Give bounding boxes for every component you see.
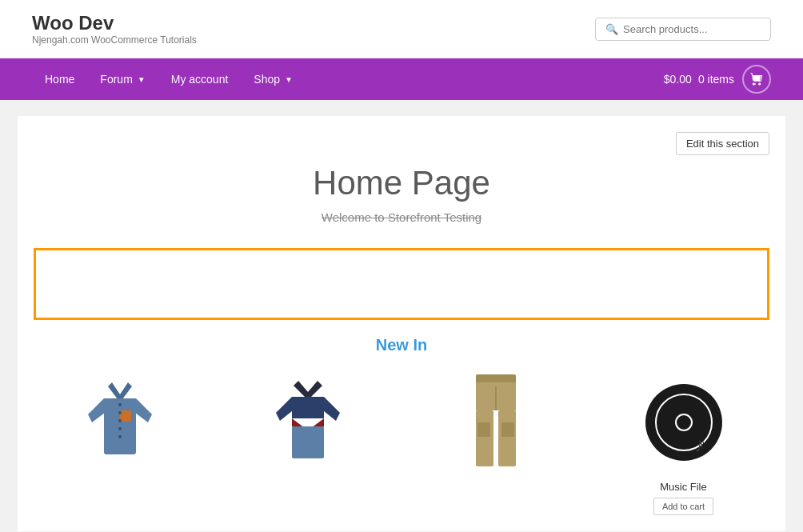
svg-point-1 bbox=[759, 83, 761, 85]
svg-text:♪: ♪ bbox=[694, 433, 705, 457]
nav-item-myaccount[interactable]: My account bbox=[158, 58, 242, 100]
shirt1-image bbox=[80, 374, 160, 470]
product-name: Music File bbox=[597, 481, 769, 493]
products-grid: ♪ ♪ Music File Add to cart bbox=[34, 370, 769, 515]
hero-section: Home Page Welcome to Storefront Testing bbox=[34, 132, 769, 240]
svg-rect-23 bbox=[501, 422, 514, 437]
cart-info: $0.00 0 items bbox=[664, 73, 734, 86]
nav-item-home[interactable]: Home bbox=[32, 58, 87, 100]
orange-box bbox=[34, 248, 769, 320]
svg-point-10 bbox=[118, 427, 122, 430]
list-item: ♪ ♪ Music File Add to cart bbox=[597, 370, 769, 515]
hero-subtitle: Welcome to Storefront Testing bbox=[50, 210, 753, 224]
list-item bbox=[222, 370, 394, 515]
svg-rect-3 bbox=[104, 398, 136, 454]
pants-image bbox=[464, 370, 528, 474]
site-nav: Home Forum ▼ My account Shop ▼ $0.00 0 i… bbox=[0, 58, 803, 100]
list-item bbox=[409, 370, 581, 515]
svg-point-27 bbox=[676, 414, 692, 430]
svg-rect-15 bbox=[292, 426, 324, 458]
main-content: Edit this section Home Page Welcome to S… bbox=[18, 116, 785, 531]
svg-rect-20 bbox=[476, 410, 493, 466]
site-title: Woo Dev Njengah.com WooCommerce Tutorial… bbox=[32, 12, 197, 46]
music-image: ♪ ♪ bbox=[640, 378, 728, 466]
svg-rect-22 bbox=[477, 422, 490, 437]
svg-point-0 bbox=[754, 83, 756, 85]
site-title-text: Woo Dev bbox=[32, 12, 197, 34]
svg-point-9 bbox=[118, 419, 122, 422]
nav-left: Home Forum ▼ My account Shop ▼ bbox=[32, 58, 306, 100]
nav-item-shop[interactable]: Shop ▼ bbox=[241, 58, 306, 100]
site-subtitle: Njengah.com WooCommerce Tutorials bbox=[32, 34, 197, 46]
svg-rect-6 bbox=[120, 410, 131, 422]
svg-marker-13 bbox=[292, 397, 324, 418]
svg-point-7 bbox=[118, 403, 122, 406]
nav-right: $0.00 0 items bbox=[664, 65, 771, 94]
edit-section-button[interactable]: Edit this section bbox=[676, 132, 769, 155]
add-to-cart-button[interactable]: Add to cart bbox=[653, 498, 713, 515]
chevron-down-icon: ▼ bbox=[138, 75, 146, 84]
chevron-down-icon: ▼ bbox=[285, 75, 293, 84]
product-image bbox=[34, 370, 206, 474]
shirt2-image bbox=[268, 374, 348, 470]
search-bar[interactable]: 🔍 bbox=[595, 18, 771, 41]
svg-rect-21 bbox=[498, 410, 516, 466]
product-image: ♪ ♪ bbox=[597, 370, 769, 474]
new-in-section: New In bbox=[34, 336, 769, 354]
product-image bbox=[222, 370, 394, 474]
product-image bbox=[409, 370, 581, 474]
shopping-cart-icon bbox=[749, 72, 764, 86]
hero-title: Home Page bbox=[50, 164, 753, 202]
cart-count: 0 items bbox=[698, 73, 734, 86]
search-input[interactable] bbox=[623, 23, 761, 35]
list-item bbox=[34, 370, 206, 515]
cart-icon[interactable] bbox=[742, 65, 771, 94]
nav-item-forum[interactable]: Forum ▼ bbox=[87, 58, 158, 100]
new-in-title: New In bbox=[34, 336, 769, 354]
svg-point-11 bbox=[118, 435, 122, 438]
svg-point-8 bbox=[118, 411, 122, 414]
site-header: Woo Dev Njengah.com WooCommerce Tutorial… bbox=[0, 0, 803, 58]
search-icon: 🔍 bbox=[605, 23, 618, 35]
cart-amount: $0.00 bbox=[664, 73, 692, 86]
